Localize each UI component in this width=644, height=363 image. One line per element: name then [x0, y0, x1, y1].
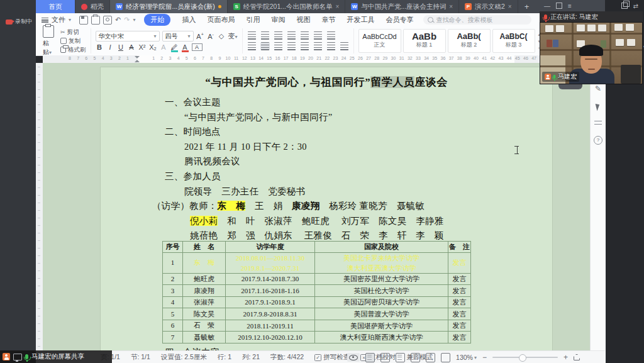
shading-icon[interactable] — [326, 42, 336, 50]
cell-period-line: 2017.9.14-2018.7.30 — [226, 274, 314, 284]
indent-marker[interactable] — [135, 56, 140, 62]
ribbon-tab-章节[interactable]: 章节 — [321, 15, 335, 25]
font-size-select[interactable]: 四号▾ — [162, 31, 194, 42]
grow-font-button[interactable]: A+ — [196, 32, 204, 40]
ribbon-tab-引用[interactable]: 引用 — [246, 15, 260, 25]
menu-icon[interactable]: ≡ — [568, 3, 572, 9]
tab-docer[interactable]: 稻壳 — [75, 0, 110, 13]
ribbon-tab-插入[interactable]: 插入 — [182, 15, 196, 25]
ribbon-tab-页面布局[interactable]: 页面布局 — [207, 15, 235, 25]
font-name-select[interactable]: 华文中宋▾ — [96, 31, 160, 42]
superscript-button[interactable]: X² — [138, 43, 147, 51]
document-page[interactable]: “与中国共产党同心，与祖国同行”留学人员座谈会 一、会议主题“与中国共产党同心，… — [101, 67, 552, 350]
presenter-name: 马建宏 — [558, 72, 577, 81]
help-icon[interactable]: ? — [594, 136, 602, 145]
eye-protection-toggle[interactable] — [347, 353, 360, 362]
copy-button[interactable]: 复制 — [60, 37, 86, 45]
status-toggle-spell[interactable]: ✓拼写检查 — [314, 353, 350, 362]
style-preset[interactable]: AaBb(标题 2 — [448, 29, 491, 53]
zoom-level[interactable]: 130%▾ — [456, 354, 477, 361]
underline-button[interactable]: U — [117, 43, 125, 51]
tab-home[interactable]: 首页 — [36, 0, 75, 13]
highlight-color-button[interactable]: 🖉 — [170, 43, 179, 51]
toolbar-collapse-icon[interactable]: ▾ — [133, 17, 135, 23]
subscript-button[interactable]: X₂ — [149, 43, 157, 51]
cell-name: 石 荣 — [183, 320, 226, 332]
zoom-out-button[interactable]: − — [482, 353, 487, 362]
ribbon-tab-审阅[interactable]: 审阅 — [271, 15, 285, 25]
file-menu[interactable]: 文件 — [52, 15, 65, 25]
pop-out-icon[interactable] — [621, 3, 628, 9]
ribbon-tab-会员专享[interactable]: 会员专享 — [386, 15, 413, 25]
distribute-icon[interactable] — [300, 42, 309, 50]
zoom-slider[interactable] — [492, 357, 558, 358]
document-canvas[interactable]: “与中国共产党同心，与祖国同行”留学人员座谈会 一、会议主题“与中国共产党同心，… — [43, 63, 590, 350]
clear-format-icon[interactable]: ◇ — [218, 32, 226, 40]
web-view-icon[interactable] — [396, 353, 405, 362]
write-mode-icon[interactable] — [426, 353, 435, 362]
close-icon[interactable]: × — [336, 3, 340, 10]
document-tab[interactable]: W与中国共产党...座谈会主持词× — [345, 0, 459, 13]
command-search-box[interactable]: 查找命令、搜索模板 — [423, 15, 531, 25]
panel-collapse-handle[interactable] — [558, 84, 582, 89]
hamburger-icon[interactable] — [42, 18, 48, 23]
fullscreen-icon[interactable] — [574, 354, 580, 360]
shrink-font-button[interactable]: A- — [207, 32, 215, 40]
format-painter-button[interactable]: 格式刷 — [60, 46, 86, 54]
align-center-icon[interactable] — [260, 42, 270, 50]
save-icon[interactable] — [79, 16, 88, 25]
document-tab[interactable]: P演示文稿2× — [459, 0, 518, 13]
close-icon[interactable]: × — [449, 3, 453, 10]
style-preset[interactable]: AaBbC(标题 3 — [492, 29, 535, 53]
style-preset[interactable]: AaBbCcDd正文 — [358, 29, 401, 53]
meeting-video-panel[interactable]: — ≡ ⇄ 正在讲话: 马建宏 — [540, 0, 643, 84]
read-view-icon[interactable] — [411, 353, 420, 362]
zoom-slider-thumb[interactable] — [519, 354, 526, 362]
fit-page-icon[interactable] — [441, 353, 450, 362]
paste-button[interactable]: 粘贴▾ — [40, 25, 57, 57]
text-effects-button[interactable]: A — [160, 43, 168, 51]
ribbon-tab-开发工具[interactable]: 开发工具 — [347, 15, 374, 25]
books — [601, 40, 606, 48]
cut-button[interactable]: ✂剪切 — [60, 28, 86, 36]
borders-icon[interactable] — [340, 42, 349, 50]
show-marks-icon[interactable] — [326, 31, 336, 40]
outline-view-icon[interactable] — [380, 353, 390, 362]
ribbon-tab-视图[interactable]: 视图 — [296, 15, 310, 25]
character-border-button[interactable]: A — [192, 43, 203, 51]
pointer-tool-icon[interactable] — [596, 103, 601, 111]
align-left-icon[interactable] — [247, 42, 257, 50]
bullet-list-icon[interactable] — [247, 31, 257, 40]
align-right-icon[interactable] — [274, 42, 283, 50]
maximize-icon[interactable] — [556, 3, 562, 9]
font-color-button[interactable]: A — [181, 43, 189, 51]
strikethrough-button[interactable]: A — [128, 43, 136, 51]
settings-slider-icon[interactable] — [594, 121, 602, 126]
line-spacing-icon[interactable] — [313, 42, 323, 50]
sort-icon[interactable] — [313, 31, 323, 40]
zoom-in-button[interactable]: + — [564, 353, 568, 362]
document-tab[interactable]: W经济管理学院留...员座谈会(新) — [110, 0, 228, 13]
print-preview-icon[interactable] — [103, 16, 112, 25]
ribbon-tab-开始[interactable]: 开始 — [144, 14, 170, 26]
close-icon[interactable]: × — [508, 3, 512, 10]
justify-icon[interactable] — [287, 42, 296, 50]
style-preset[interactable]: AaBb标题 1 — [403, 29, 446, 53]
decrease-indent-icon[interactable] — [274, 31, 283, 40]
page-view-icon[interactable] — [365, 353, 375, 362]
annotate-pen-icon[interactable]: ✎ — [595, 84, 601, 93]
bold-button[interactable]: B — [96, 43, 104, 51]
phonetic-guide-icon[interactable]: 变▾ — [228, 31, 238, 41]
presenter-video[interactable]: 马建宏 — [540, 22, 643, 84]
undo-icon[interactable]: ↶ — [115, 16, 121, 24]
minimize-icon[interactable]: — — [544, 3, 550, 9]
text-direction-icon[interactable] — [300, 31, 309, 40]
new-tab-button[interactable]: + — [518, 0, 536, 13]
italic-button[interactable]: I — [106, 43, 114, 51]
increase-indent-icon[interactable] — [287, 31, 296, 40]
print-icon[interactable] — [91, 16, 100, 25]
redo-icon[interactable]: ↷ — [124, 16, 130, 24]
swap-view-icon[interactable]: ⇄ — [633, 3, 638, 9]
document-tab[interactable]: S经管学院201...今出国教师名单× — [228, 0, 346, 13]
numbered-list-icon[interactable] — [260, 31, 270, 40]
